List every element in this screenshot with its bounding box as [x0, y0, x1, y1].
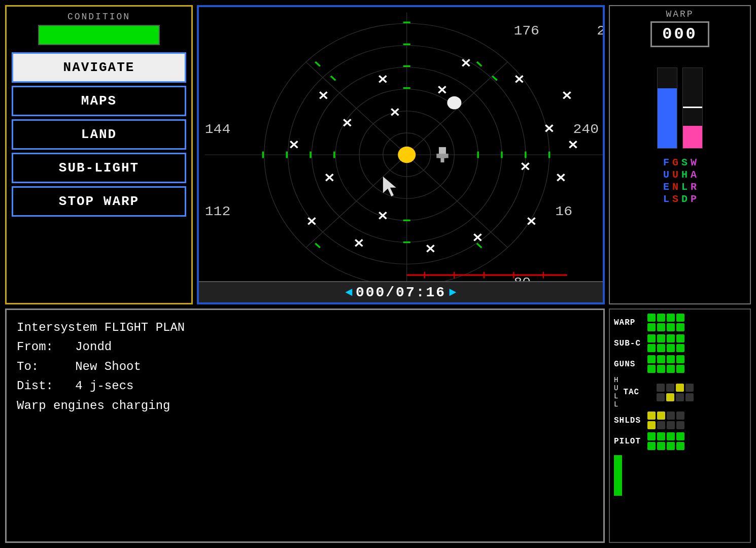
- right-panel: WARP 000 F U E: [609, 5, 751, 304]
- tac-dots: [657, 384, 694, 401]
- time-bar: ◄ 000/07:16 ►: [199, 281, 603, 302]
- status-panel: WARP SUB-C: [609, 309, 751, 543]
- subc-dots: [647, 334, 684, 352]
- svg-text:176: 176: [513, 24, 539, 39]
- svg-text:208: 208: [597, 24, 603, 39]
- svg-text:✕: ✕: [288, 139, 299, 153]
- pilot-dots: [647, 432, 684, 450]
- shlds-status-row: SHLDS: [614, 412, 746, 429]
- radar-svg: 176 208 240 144 112 16 80 ✕ ✕ ✕ ✕ ✕ ✕ ✕ …: [199, 7, 603, 302]
- shields-label: S H L D: [681, 157, 688, 206]
- shld-letter-h: H: [681, 169, 688, 181]
- shlds-dot-3: [667, 412, 675, 420]
- guns-label: G U N S: [672, 157, 678, 206]
- green-status-bar-row: [614, 455, 746, 496]
- tac-status-row: H U L L TAC: [614, 376, 746, 408]
- subc-dot-7: [667, 344, 675, 352]
- land-button[interactable]: LAND: [12, 119, 186, 150]
- warp-dot-8: [676, 323, 684, 331]
- svg-rect-62: [440, 158, 444, 162]
- svg-text:✕: ✕: [377, 74, 388, 87]
- maps-button[interactable]: MAPS: [12, 86, 186, 116]
- shlds-dot-2: [657, 412, 665, 420]
- guns-dot-2: [657, 355, 665, 363]
- pilot-status-row: PILOT: [614, 432, 746, 450]
- tac-dot-7: [676, 393, 684, 401]
- hull-l2: L: [614, 400, 618, 408]
- shlds-dot-4: [676, 412, 684, 420]
- gauge-letters-row: F U E L G U N S S H L D W A R P: [613, 155, 747, 208]
- subc-dot-5: [647, 344, 656, 352]
- warp-dot-2: [657, 314, 665, 322]
- shields-bar-container: [682, 67, 703, 149]
- subc-dot-4: [676, 334, 684, 342]
- guns-dot-3: [667, 355, 675, 363]
- time-arrow-right: ►: [449, 286, 456, 299]
- warp-dot-4: [676, 314, 684, 322]
- svg-text:✕: ✕: [526, 216, 537, 229]
- svg-text:✕: ✕: [353, 237, 364, 251]
- tac-status-label: TAC: [623, 388, 654, 397]
- svg-text:✕: ✕: [377, 210, 388, 224]
- svg-text:✕: ✕: [543, 123, 555, 136]
- guns-letter-g: G: [672, 157, 678, 169]
- shields-gauge: [682, 67, 703, 149]
- navigate-button[interactable]: NAVIGATE: [12, 52, 186, 83]
- guns-status-row: GUNS: [614, 355, 746, 373]
- pilot-dot-3: [667, 432, 675, 440]
- time-display: 000/07:16: [356, 285, 446, 300]
- svg-text:✕: ✕: [460, 57, 471, 71]
- gauge-bars: [613, 51, 747, 153]
- warp-letter-p: P: [691, 193, 697, 206]
- svg-text:✕: ✕: [306, 216, 317, 229]
- fuel-letter-l: L: [663, 193, 669, 206]
- pilot-dot-4: [676, 432, 684, 440]
- svg-text:✕: ✕: [389, 106, 400, 120]
- guns-dot-4: [676, 355, 684, 363]
- stop-warp-button[interactable]: STOP WARP: [12, 186, 186, 217]
- shields-bar-tick: [683, 107, 702, 108]
- warp-dot-1: [647, 314, 656, 322]
- pilot-dot-7: [667, 442, 675, 450]
- pilot-dot-8: [676, 442, 684, 450]
- shlds-dot-8: [676, 421, 684, 429]
- tac-dot-4: [685, 384, 694, 392]
- sub-light-button[interactable]: SUB-LIGHT: [12, 153, 186, 183]
- svg-text:✕: ✕: [472, 232, 483, 246]
- pilot-dot-5: [647, 442, 656, 450]
- subc-dot-8: [676, 344, 684, 352]
- svg-text:✕: ✕: [341, 117, 353, 131]
- tac-dot-2: [666, 384, 674, 392]
- warp-status-label: WARP: [614, 318, 644, 327]
- warp-dot-7: [667, 323, 675, 331]
- guns-letter-n: N: [672, 181, 678, 193]
- guns-dot-5: [647, 365, 656, 373]
- shields-bar-fill: [683, 126, 702, 148]
- tac-dot-1: [657, 384, 665, 392]
- subc-dot-1: [647, 334, 656, 342]
- warp-letter-w: W: [691, 157, 697, 169]
- subc-dot-2: [657, 334, 665, 342]
- svg-point-59: [447, 96, 461, 110]
- svg-text:✕: ✕: [324, 172, 335, 186]
- shld-letter-l: L: [681, 181, 688, 193]
- shlds-dot-5: [647, 421, 656, 429]
- warp-section: WARP 000: [613, 9, 747, 47]
- warp-dot-5: [647, 323, 656, 331]
- hull-h: H: [614, 376, 618, 384]
- fuel-bar-container: [657, 67, 677, 149]
- guns-dot-1: [647, 355, 656, 363]
- subc-dot-3: [667, 334, 675, 342]
- shlds-dot-7: [667, 421, 675, 429]
- svg-text:✕: ✕: [520, 161, 531, 175]
- svg-text:✕: ✕: [561, 90, 572, 104]
- svg-text:✕: ✕: [425, 243, 436, 257]
- fuel-letter-u: U: [663, 169, 669, 181]
- pilot-dot-2: [657, 432, 665, 440]
- message-panel: Intersystem FLIGHT PLAN From: Jondd To: …: [5, 309, 605, 543]
- warp-number: 000: [650, 21, 709, 47]
- shlds-status-label: SHLDS: [614, 416, 644, 425]
- shlds-dots: [647, 412, 684, 429]
- green-vertical-bar: [614, 455, 622, 496]
- condition-section: CONDITION: [12, 12, 186, 45]
